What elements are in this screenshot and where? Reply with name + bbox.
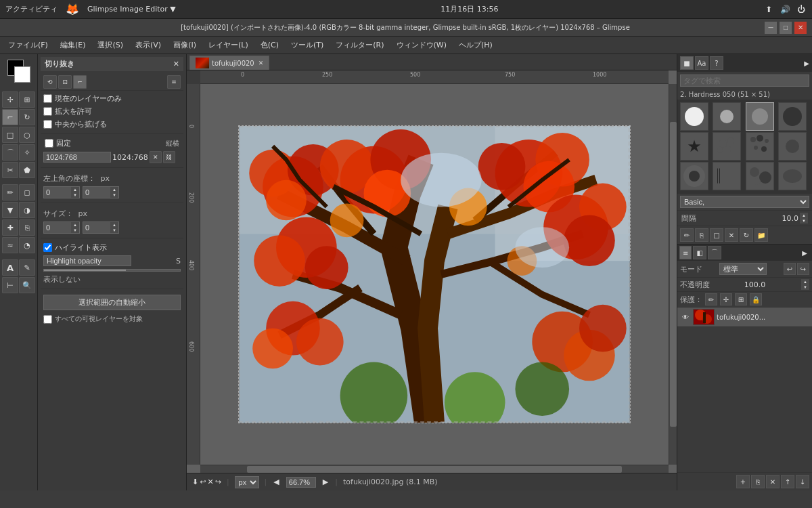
app-label[interactable]: Glimpse Image Editor ▼ (87, 5, 176, 14)
brush-cell-11[interactable] (746, 162, 774, 190)
rpanel-tab-text[interactable]: Aa (695, 56, 708, 70)
dodge-tool[interactable]: ◔ (19, 237, 35, 253)
brush-delete-btn[interactable]: ✕ (725, 228, 738, 242)
unit-select[interactable]: px % (235, 476, 259, 488)
brush-cell-5[interactable]: ★ (680, 132, 708, 161)
gradient-tool[interactable]: ◑ (19, 202, 35, 218)
mode-select[interactable]: 標準 (719, 263, 767, 275)
status-delete-icon[interactable]: ✕ (207, 478, 213, 486)
x-down-btn[interactable]: ▼ (71, 192, 79, 198)
zoom-tool[interactable]: 🔍 (19, 277, 35, 293)
layer-down-btn[interactable]: ↓ (796, 475, 809, 488)
main-image[interactable] (238, 125, 631, 423)
canvas-inner[interactable] (200, 84, 669, 465)
rect-select-tool[interactable]: □ (2, 127, 18, 143)
power-icon[interactable]: ⏻ (796, 4, 807, 15)
menu-image[interactable]: 画像(I) (168, 39, 202, 51)
menu-file[interactable]: ファイル(F) (3, 39, 53, 51)
x-coord-input[interactable] (44, 188, 71, 197)
status-undo-icon[interactable]: ↩ (200, 478, 206, 486)
menu-filter[interactable]: フィルター(R) (330, 39, 389, 51)
canvas-tab-close[interactable]: ✕ (258, 60, 264, 66)
zoom-up-btn[interactable]: ▶ (321, 478, 330, 486)
scissors-tool[interactable]: ✂ (2, 162, 18, 178)
rpanel-tab-brushes[interactable]: ■ (680, 56, 694, 70)
vertical-scrollbar[interactable] (669, 84, 677, 465)
brush-cell-2[interactable] (713, 102, 741, 131)
brush-refresh-btn[interactable]: ↻ (740, 228, 753, 242)
x-up-btn[interactable]: ▲ (71, 187, 79, 192)
w-input[interactable] (44, 223, 71, 232)
lock-all-btn[interactable]: 🔒 (750, 293, 762, 305)
v-scroll-thumb[interactable] (670, 122, 677, 427)
minimize-button[interactable]: ─ (765, 22, 777, 34)
w-down-btn[interactable]: ▼ (71, 228, 79, 233)
spacing-up-btn[interactable]: ▲ (800, 213, 808, 218)
align-tool[interactable]: ⊞ (19, 91, 35, 108)
tool-opt-icon-2[interactable]: ⊡ (58, 75, 72, 89)
layer-up-btn[interactable]: ↑ (781, 475, 794, 488)
zoom-down-btn[interactable]: ◀ (272, 478, 280, 486)
brush-folder-btn[interactable]: 📁 (754, 228, 768, 242)
layer-row[interactable]: 👁 tofukuji0020... (677, 308, 812, 327)
spacing-down-btn[interactable]: ▼ (800, 218, 808, 224)
bucket-tool[interactable]: ▼ (2, 202, 18, 218)
h-up-btn[interactable]: ▲ (110, 222, 118, 228)
brush-cell-10[interactable]: 𝄁 (713, 162, 741, 190)
fuzzy-select-tool[interactable]: ✧ (19, 144, 35, 161)
size-clear-btn[interactable]: ✕ (150, 151, 162, 163)
menu-window[interactable]: ウィンドウ(W) (391, 39, 452, 51)
volume-icon[interactable]: 🔊 (780, 4, 790, 15)
lock-alpha-btn[interactable]: ⊞ (735, 293, 747, 305)
brush-cell-8[interactable] (778, 132, 807, 161)
layer-add-btn[interactable]: + (736, 475, 750, 488)
brush-cell-4[interactable] (778, 102, 807, 131)
brush-cell-6[interactable] (713, 132, 741, 161)
crop-tool[interactable]: ⌐ (2, 109, 18, 125)
heal-tool[interactable]: ✚ (2, 219, 18, 236)
visible-layers-checkbox[interactable] (43, 315, 52, 324)
clone-tool[interactable]: ⎘ (19, 219, 35, 236)
activities-label[interactable]: アクティビティ (5, 4, 58, 14)
brush-cell-12[interactable] (778, 162, 807, 190)
free-select-tool[interactable]: ⌒ (2, 144, 18, 161)
opacity-up-btn[interactable]: ▲ (801, 279, 809, 284)
status-redo-icon[interactable]: ↪ (215, 478, 221, 486)
auto-shrink-button[interactable]: 選択範囲の自動縮小 (43, 295, 181, 310)
network-icon[interactable]: ⬆ (763, 4, 774, 15)
rotate-tool[interactable]: ↻ (19, 109, 35, 125)
y-coord-input[interactable] (83, 188, 110, 197)
zoom-input[interactable] (286, 477, 316, 488)
brush-cell-9[interactable] (680, 162, 708, 190)
blur-tool[interactable]: ≈ (2, 237, 18, 253)
highlight-opacity-input[interactable] (43, 255, 131, 266)
firefox-icon[interactable]: 🦊 (66, 3, 79, 16)
h-scroll-thumb[interactable] (247, 466, 622, 473)
h-down-btn[interactable]: ▼ (110, 228, 118, 233)
tool-opt-icon-3[interactable]: ⌐ (73, 75, 87, 89)
menu-edit[interactable]: 編集(E) (55, 39, 91, 51)
size-display-input[interactable] (43, 152, 111, 163)
move-tool[interactable]: ✢ (2, 91, 18, 108)
maximize-button[interactable]: □ (780, 22, 792, 34)
rpanel-tab-help[interactable]: ? (710, 56, 723, 70)
erase-tool[interactable]: ◻ (19, 184, 35, 200)
tool-opt-icon-4[interactable]: ≡ (167, 75, 181, 89)
paths-tab[interactable]: ⌒ (708, 246, 721, 259)
tool-opt-icon-1[interactable]: ⟲ (43, 75, 57, 89)
brush-cell-7[interactable] (746, 132, 774, 161)
paths-tool[interactable]: ✎ (19, 259, 35, 276)
brush-duplicate-btn[interactable]: ⎘ (695, 228, 708, 242)
text-tool[interactable]: A (2, 259, 18, 276)
highlight-checkbox[interactable] (43, 243, 52, 252)
y-up-btn[interactable]: ▲ (110, 187, 118, 192)
channels-tab[interactable]: ◧ (693, 246, 706, 259)
brush-search-input[interactable] (680, 75, 809, 87)
paint-tool[interactable]: ✏ (2, 184, 18, 200)
canvas-viewport[interactable]: 0 250 500 750 1000 0 200 400 600 (187, 70, 677, 473)
opacity-down-btn[interactable]: ▼ (801, 284, 809, 290)
color-swatch[interactable] (7, 60, 30, 83)
canvas-tab-main[interactable]: tofukuji0020 ✕ (189, 56, 269, 70)
category-select[interactable]: Basic, (680, 196, 809, 208)
brush-edit-btn[interactable]: ✏ (680, 228, 694, 242)
